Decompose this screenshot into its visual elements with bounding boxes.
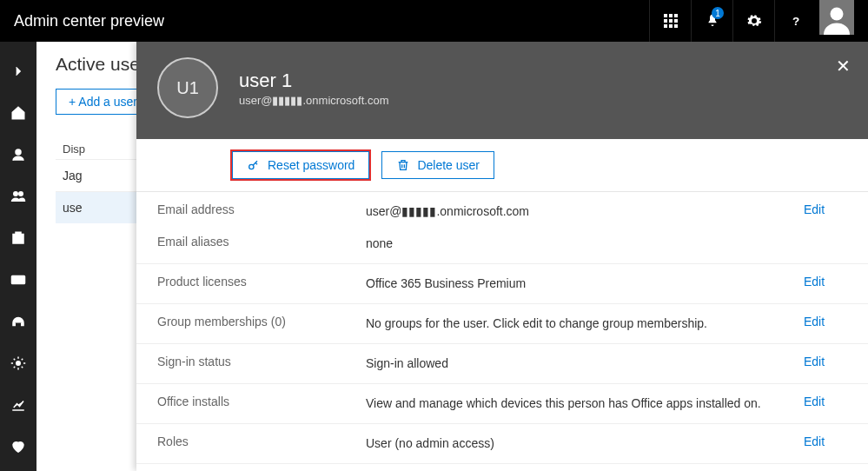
close-icon[interactable]: ✕ (836, 56, 851, 76)
detail-row-roles: Roles User (no admin access) Edit (136, 424, 868, 464)
expand-icon[interactable] (0, 50, 36, 92)
svg-point-13 (19, 192, 23, 196)
home-icon[interactable] (0, 92, 36, 134)
detail-row-groups: Group memberships (0) No groups for the … (136, 304, 868, 344)
topbar: Admin center preview 1 ? (0, 0, 868, 42)
edit-link[interactable]: Edit (804, 315, 847, 328)
detail-value: View and manage which devices this perso… (366, 395, 804, 413)
svg-point-10 (831, 8, 844, 21)
svg-text:?: ? (792, 15, 798, 28)
reset-password-label: Reset password (268, 158, 354, 172)
detail-row-aliases: Email aliases none (136, 224, 868, 264)
resources-icon[interactable] (0, 217, 36, 259)
settings-icon[interactable] (0, 342, 36, 384)
detail-label: Group memberships (0) (157, 315, 366, 328)
detail-row-signin: Sign-in status Sign-in allowed Edit (136, 344, 868, 384)
svg-point-12 (14, 192, 18, 196)
notification-badge: 1 (712, 7, 724, 19)
groups-icon[interactable] (0, 176, 36, 217)
key-icon (247, 158, 261, 172)
help-icon[interactable]: ? (774, 0, 816, 42)
svg-rect-7 (669, 24, 673, 28)
notifications-icon[interactable]: 1 (691, 0, 732, 42)
detail-label: Sign-in status (157, 355, 366, 368)
detail-row-licenses: Product licenses Office 365 Business Pre… (136, 264, 868, 304)
detail-label: Roles (157, 435, 366, 448)
detail-label: Email address (157, 202, 366, 216)
user-identity: user 1 user@▮▮▮▮▮.onmicrosoft.com (239, 70, 388, 107)
user-detail-panel: U1 user 1 user@▮▮▮▮▮.onmicrosoft.com ✕ R… (136, 42, 868, 471)
svg-rect-5 (674, 19, 678, 23)
user-display-name: user 1 (239, 70, 388, 92)
edit-link[interactable]: Edit (804, 395, 847, 408)
edit-link[interactable]: Edit (804, 202, 847, 216)
panel-body: Email address user@▮▮▮▮▮.onmicrosoft.com… (136, 192, 868, 471)
edit-link[interactable]: Edit (804, 275, 847, 289)
user-avatar-icon[interactable] (819, 0, 854, 35)
gear-icon[interactable] (732, 0, 774, 42)
health-icon[interactable] (0, 426, 36, 468)
apps-icon[interactable] (649, 0, 691, 42)
detail-label: Email aliases (157, 235, 366, 249)
svg-rect-15 (12, 276, 25, 284)
edit-link[interactable]: Edit (804, 355, 847, 368)
svg-rect-8 (674, 24, 678, 28)
svg-rect-14 (13, 235, 23, 244)
detail-value: none (366, 235, 804, 253)
detail-value: Sign-in allowed (366, 355, 804, 373)
delete-user-label: Delete user (417, 158, 480, 172)
topbar-actions: 1 ? (649, 0, 854, 42)
detail-row-office: Office installs View and manage which de… (136, 384, 868, 424)
delete-user-button[interactable]: Delete user (381, 151, 494, 179)
panel-header: U1 user 1 user@▮▮▮▮▮.onmicrosoft.com ✕ (136, 42, 868, 139)
svg-rect-1 (669, 14, 673, 17)
svg-point-17 (249, 164, 254, 169)
reports-icon[interactable] (0, 384, 36, 426)
svg-rect-6 (664, 24, 667, 28)
detail-row-email: Email address user@▮▮▮▮▮.onmicrosoft.com… (136, 192, 868, 224)
detail-value: user@▮▮▮▮▮.onmicrosoft.com (366, 202, 804, 221)
trash-icon (396, 158, 410, 172)
svg-rect-4 (669, 19, 673, 23)
detail-value: No groups for the user. Click edit to ch… (366, 315, 804, 333)
detail-value: Office 365 Business Premium (366, 275, 804, 293)
sidebar (0, 42, 36, 471)
app-title: Admin center preview (14, 12, 649, 30)
support-icon[interactable] (0, 301, 36, 342)
user-initials-avatar: U1 (157, 57, 218, 118)
reset-password-button[interactable]: Reset password (232, 151, 369, 179)
detail-label: Product licenses (157, 275, 366, 289)
svg-point-11 (16, 149, 21, 155)
edit-link[interactable]: Edit (804, 435, 847, 448)
svg-rect-3 (664, 19, 667, 23)
user-icon[interactable] (0, 134, 36, 176)
user-email: user@▮▮▮▮▮.onmicrosoft.com (239, 94, 388, 107)
billing-icon[interactable] (0, 259, 36, 301)
svg-point-16 (17, 362, 21, 366)
detail-value: User (no admin access) (366, 435, 804, 453)
panel-actions: Reset password Delete user (136, 139, 868, 192)
svg-rect-2 (674, 14, 678, 17)
svg-rect-0 (664, 14, 667, 17)
detail-label: Office installs (157, 395, 366, 408)
